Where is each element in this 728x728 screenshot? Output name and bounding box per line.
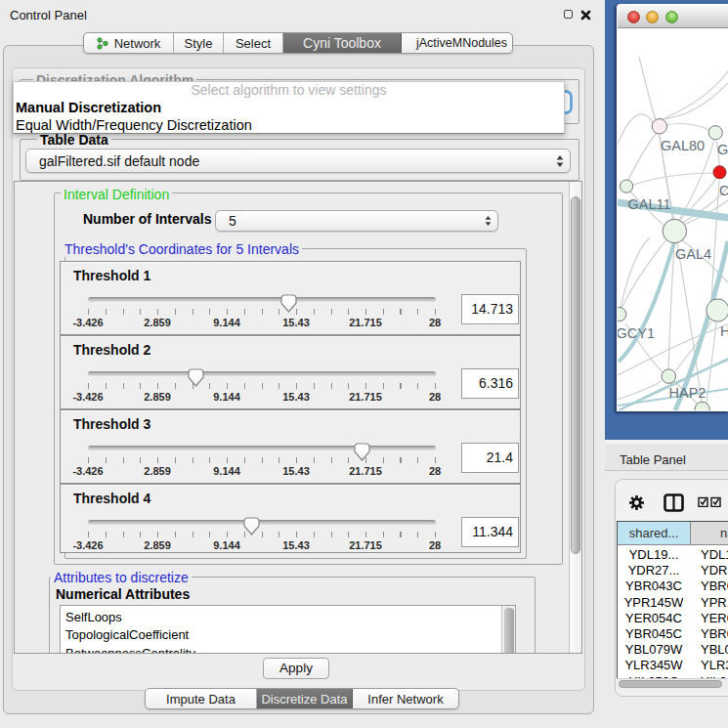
svg-text:GA: GA	[717, 142, 728, 157]
svg-text:GCY1: GCY1	[618, 325, 655, 341]
svg-text:H: H	[720, 323, 728, 339]
svg-text:GAL4: GAL4	[675, 246, 711, 262]
svg-text:HAP2: HAP2	[669, 385, 707, 401]
svg-text:GAL11: GAL11	[628, 196, 671, 212]
svg-text:GAL80: GAL80	[661, 138, 705, 153]
svg-text:C: C	[719, 183, 728, 198]
